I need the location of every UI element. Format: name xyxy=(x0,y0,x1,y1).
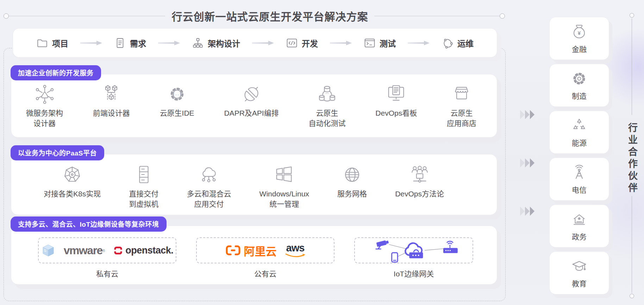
blue-server-cube-icon xyxy=(41,244,55,257)
header-right-line xyxy=(374,16,500,16)
workflow-step-label: 开发 xyxy=(302,37,318,49)
service-item: 云原生 应用商店 xyxy=(447,83,476,129)
workflow-step-label: 运维 xyxy=(457,37,474,49)
paas-item: 服务网格 xyxy=(337,164,367,199)
industry-partner-column: ¥ 金融 制造 能源 电信 政务 教育 xyxy=(549,17,609,294)
service-item-label: DAPR及API编排 xyxy=(224,108,279,118)
service-item-label: 前端设计器 xyxy=(93,108,130,118)
cloud-ide-gear-icon: (..) xyxy=(166,83,188,105)
globe-icon xyxy=(341,164,363,186)
section-badge-paas: 以业务为中心的PaaS平台 xyxy=(11,145,104,160)
workflow-step-architecture: 架构设计 xyxy=(192,37,240,49)
environment-private-cloud: vmware® openstack. 私有云 xyxy=(38,237,176,279)
government-building-icon xyxy=(571,211,588,228)
paas-item-label: 直接交付 到虚拟机 xyxy=(129,189,158,209)
service-item-label: DevOps看板 xyxy=(375,108,417,118)
code-window-icon xyxy=(286,37,298,49)
aws-logo: aws xyxy=(285,243,306,258)
paas-item: 对接各类K8s实现 xyxy=(44,164,101,199)
team-methodology-icon xyxy=(409,164,431,186)
alibaba-cloud-logo: 阿里云 xyxy=(225,243,277,258)
openstack-mark-icon xyxy=(113,246,123,255)
section-card-dev-services: 微服务架构 设计器 前端设计器 (..) 云原生IDE DAPR及API编排 云… xyxy=(11,74,497,138)
paas-item: DevOps方法论 xyxy=(395,164,444,199)
openstack-logo: openstack. xyxy=(113,245,173,256)
service-item-label: 云原生 自动化测试 xyxy=(308,108,345,129)
workflow-step-development: 开发 xyxy=(286,37,318,49)
iot-gateway-box xyxy=(354,237,473,263)
telecom-tower-icon xyxy=(571,164,588,181)
industry-card-manufacturing: 制造 xyxy=(549,64,609,107)
flow-arrow-icon xyxy=(157,40,181,46)
flow-arrow-icon xyxy=(251,40,275,46)
paas-item: 多云和混合云 应用交付 xyxy=(187,164,231,209)
service-item: 前端设计器 xyxy=(93,83,130,118)
workflow-step-testing: 测试 xyxy=(364,37,396,49)
flow-arrow-icon xyxy=(407,40,430,46)
service-item-label: 云原生 应用商店 xyxy=(447,108,476,129)
industry-card-energy: 能源 xyxy=(549,111,609,154)
environment-label: IoT边缘网关 xyxy=(394,268,434,279)
service-item: (..) 云原生IDE xyxy=(160,83,194,118)
iot-devices-icon xyxy=(361,237,467,264)
section-badge-environments: 支持多云、混合云、IoT边缘侧设备等复杂环境 xyxy=(11,216,167,232)
svg-text:(..): (..) xyxy=(173,92,181,96)
workflow-bar: 项目 需求 架构设计 开发 测试 运维 xyxy=(13,28,497,57)
section-badge-dev-services: 加速企业创新的开发服务 xyxy=(11,65,101,80)
environment-iot-gateway: IoT边缘网关 xyxy=(354,237,473,279)
workflow-step-label: 测试 xyxy=(380,37,396,49)
workflow-step-project: 项目 xyxy=(36,37,68,49)
microservice-architecture-icon xyxy=(34,83,56,105)
aws-smile-icon xyxy=(285,253,306,258)
workflow-step-label: 需求 xyxy=(130,37,146,49)
database-testing-icon xyxy=(316,83,338,105)
api-orchestration-plug-icon xyxy=(240,83,262,105)
windows-logo-icon xyxy=(273,164,295,186)
paas-item-label: 多云和混合云 应用交付 xyxy=(187,189,231,209)
gear-icon xyxy=(571,70,588,87)
server-rack-icon xyxy=(133,164,155,186)
service-item: 云原生 自动化测试 xyxy=(308,83,345,129)
industry-partners-rail-label: 行业合作伙伴 xyxy=(625,123,639,195)
header-left-ring-icon xyxy=(4,13,9,19)
service-item: 微服务架构 设计器 xyxy=(26,83,63,129)
workflow-step-requirements: 需求 xyxy=(114,37,146,49)
rail-bottom-ring-icon xyxy=(630,294,634,298)
service-item: DAPR及API编排 xyxy=(224,83,279,118)
paas-item-label: 服务网格 xyxy=(337,189,367,199)
kubernetes-wheel-icon xyxy=(61,164,83,186)
paas-item-label: DevOps方法论 xyxy=(395,189,444,199)
page-title: 行云创新一站式云原生开发平台解决方案 xyxy=(171,8,368,24)
service-item-label: 云原生IDE xyxy=(160,108,194,118)
graduation-cap-icon xyxy=(571,258,588,275)
frontend-designer-icon xyxy=(100,83,122,105)
industry-label: 能源 xyxy=(572,137,587,148)
paas-item-label: Windows/Linux 统一管理 xyxy=(260,189,309,209)
environment-public-cloud: 阿里云 aws 公有云 xyxy=(196,237,334,279)
paas-item: 直接交付 到虚拟机 xyxy=(129,164,158,209)
industry-card-telecom: 电信 xyxy=(549,158,609,201)
industry-label: 政务 xyxy=(572,231,587,242)
industry-card-finance: ¥ 金融 xyxy=(549,17,609,60)
environment-label: 公有云 xyxy=(254,268,276,279)
app-store-icon xyxy=(451,83,473,105)
double-chevron-icon xyxy=(520,158,537,167)
rail-top-line xyxy=(632,18,632,115)
svg-text:¥: ¥ xyxy=(578,30,581,36)
terminal-icon xyxy=(364,37,376,49)
paas-item-label: 对接各类K8s实现 xyxy=(44,189,101,199)
service-item-label: 微服务架构 设计器 xyxy=(26,108,63,129)
money-bag-icon: ¥ xyxy=(571,23,588,40)
solution-diagram: 行云创新一站式云原生开发平台解决方案 项目 需求 架构设计 开发 测试 xyxy=(0,0,644,305)
industry-label: 制造 xyxy=(572,90,587,101)
environment-label: 私有云 xyxy=(96,268,118,279)
flow-arrow-icon xyxy=(329,40,352,46)
folder-icon xyxy=(36,37,48,49)
workflow-step-label: 项目 xyxy=(52,37,68,49)
double-chevron-icon xyxy=(520,110,537,119)
sitemap-icon xyxy=(192,37,204,49)
header: 行云创新一站式云原生开发平台解决方案 xyxy=(4,10,505,22)
section-card-environments: vmware® openstack. 私有云 阿里云 aws xyxy=(11,226,497,285)
devops-board-icon xyxy=(385,83,407,105)
industry-label: 电信 xyxy=(572,184,587,195)
